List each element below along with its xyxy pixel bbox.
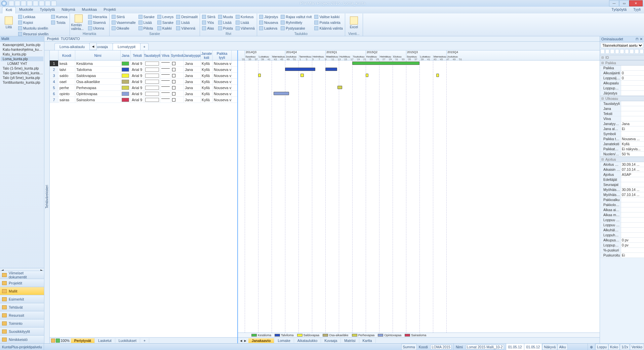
column-header[interactable]: Teksti <box>131 50 144 60</box>
menu-tab[interactable]: Työpöytä <box>37 7 58 13</box>
gantt-bar[interactable] <box>366 74 368 77</box>
filter-icon[interactable] <box>51 339 55 343</box>
prop-tool-icon[interactable] <box>600 49 605 54</box>
ribbon-item[interactable]: Vähennä <box>235 26 255 31</box>
quick-btn[interactable] <box>21 1 26 6</box>
properties-pin-icon[interactable]: ⊓ ✕ <box>636 37 643 41</box>
menu-tab[interactable]: Muotoile <box>16 7 37 13</box>
ribbon-item[interactable]: Ryhmittely <box>280 20 312 25</box>
side-handle[interactable]: Tehtävärekisteri <box>44 50 50 343</box>
filter2-icon[interactable] <box>56 339 60 343</box>
gantt-bar[interactable] <box>352 62 419 65</box>
ribbon-item[interactable]: Oikealle <box>111 26 136 31</box>
doc-tab[interactable]: Lomatyypit <box>113 43 140 50</box>
nav-section[interactable]: Resurssit <box>0 311 44 319</box>
nav-section[interactable]: Suosikkityylit <box>0 327 44 335</box>
ribbon-item[interactable]: Käännä valinta <box>314 26 343 31</box>
gantt-nav-icon[interactable]: ► <box>243 339 247 343</box>
status-alku[interactable]: Alku <box>557 344 567 350</box>
tree-item[interactable]: Katu_kunta.plp <box>1 52 43 56</box>
column-header[interactable]: Nimi <box>75 50 121 60</box>
ribbon-item[interactable]: Kaikki <box>157 26 174 31</box>
prop-row[interactable]: PaikkatekstiEi näkyvis... <box>600 147 644 152</box>
prop-group[interactable]: ID <box>600 55 644 60</box>
prop-row[interactable]: Jana alat...Ei <box>600 126 644 131</box>
prop-group[interactable]: Ajoitus <box>600 157 644 162</box>
quick-btn[interactable] <box>9 1 14 6</box>
column-header[interactable]: Paikka tyyli <box>213 50 232 60</box>
grid-bottom-tab[interactable]: Periytyvät <box>71 338 95 343</box>
ribbon-item[interactable]: Siirrä <box>201 14 216 20</box>
menu-tab[interactable]: Muokkaa <box>79 7 100 13</box>
ribbon-item[interactable]: Järjestys <box>258 14 279 20</box>
prop-tool-icon[interactable] <box>620 49 624 54</box>
prop-row[interactable]: Myöhäisin...30.09.14 ... <box>600 187 644 192</box>
status-nakyva[interactable]: Näkyvä <box>542 344 557 350</box>
prop-row[interactable]: Loppupaalu <box>600 86 644 91</box>
prop-group[interactable]: Paikka <box>600 60 644 66</box>
ribbon-item[interactable]: Toista <box>50 20 68 25</box>
ribbon-item[interactable]: Valitse kaikki <box>314 14 343 20</box>
ribbon-item[interactable]: Vasemmalle <box>111 20 136 25</box>
gantt-bottom-tab[interactable]: Kartta <box>359 338 376 343</box>
status-zoom[interactable]: 1/2x <box>620 344 630 350</box>
prop-row[interactable]: Loppuu m... <box>600 223 644 228</box>
ribbon-item[interactable]: Poista valinta <box>314 20 343 25</box>
gantt-bar[interactable] <box>325 68 337 71</box>
column-header[interactable]: Janatyyppi <box>184 50 201 60</box>
nav-scroll[interactable]: ◄► <box>0 268 44 271</box>
prop-row[interactable]: Aloitus pv...30.09.14 ... <box>600 162 644 167</box>
prop-row[interactable]: JanatyyppiJana <box>600 121 644 126</box>
table-row[interactable]: 1kesäKesälomaArial 9JanaKylläNouseva v <box>50 61 237 67</box>
column-header[interactable]: Taustatyyli <box>144 50 160 60</box>
prop-tool-icon[interactable] <box>640 49 644 54</box>
quick-btn[interactable] <box>51 1 56 6</box>
gantt-bar[interactable] <box>337 86 342 89</box>
prop-row[interactable]: Loppusijai...0 <box>600 76 644 81</box>
ribbon-item[interactable]: Laskeva <box>258 26 279 31</box>
tree-item[interactable]: LOMAT YHT <box>1 61 43 66</box>
prop-row[interactable]: PuskuroituEi <box>600 253 644 258</box>
ribbon-item[interactable]: Rajaa valitut rivit <box>280 14 312 20</box>
prop-row[interactable]: Alkaa aik... <box>600 207 644 212</box>
status-summa[interactable]: Summa <box>401 344 417 350</box>
nav-section[interactable]: Nimikkeistö <box>0 335 44 343</box>
tree-item[interactable]: Loma_kunta.plp <box>1 56 43 61</box>
quick-btn[interactable] <box>27 1 32 6</box>
prop-row[interactable]: Pakkoalku <box>600 197 644 202</box>
tree-item[interactable]: Tonttituotanto_kunta.plp <box>1 80 43 85</box>
gantt-bar[interactable] <box>436 74 439 77</box>
quick-btn[interactable] <box>15 1 20 6</box>
ribbon-item[interactable]: Hierarkia <box>87 14 108 20</box>
table-row[interactable]: 5perhePerhevapaaArial 9JanaKylläNouseva … <box>50 85 237 91</box>
app-orb-icon[interactable] <box>1 1 7 6</box>
tab-scroll-left[interactable]: ◄ <box>89 43 97 50</box>
ribbon-item[interactable]: Alas <box>201 26 216 31</box>
prop-row[interactable]: Taustatyyli <box>600 101 644 106</box>
minimize-button[interactable]: — <box>609 0 619 6</box>
ribbon-item[interactable]: Siirrä <box>111 14 136 20</box>
prop-row[interactable]: Symboli <box>600 131 644 137</box>
nav-section[interactable]: Mallit <box>0 287 44 295</box>
properties-selector[interactable]: Tilannekohtaiset asetukset <box>600 42 644 49</box>
prop-tool-icon[interactable] <box>615 49 619 54</box>
ribbon-item[interactable]: Muuta <box>217 14 234 20</box>
ribbon-button[interactable]: Liitä <box>1 14 16 31</box>
prop-row[interactable]: Pakkoloppu <box>600 202 644 207</box>
ribbon-item[interactable]: Kopioi <box>17 20 49 25</box>
ribbon-item[interactable]: Ylös <box>201 20 216 25</box>
ribbon-button[interactable]: Kentän valinta... <box>71 14 86 31</box>
gantt-nav-icon[interactable]: ◄ <box>239 339 243 343</box>
ribbon-item[interactable]: Lisää <box>138 20 155 25</box>
prop-row[interactable]: Alkusijainti0 <box>600 71 644 76</box>
ribbon-item[interactable]: Resurssi sivellin <box>17 31 49 37</box>
prop-row[interactable]: Viiva <box>600 116 644 121</box>
maximize-button[interactable]: ▭ <box>619 0 629 6</box>
ribbon-item[interactable]: Kumoa <box>50 14 68 20</box>
prop-tool-icon[interactable] <box>635 49 639 54</box>
table-row[interactable]: 4oaelOsa-aikaeläkeArial 9JanaKylläNousev… <box>50 79 237 85</box>
ribbon-item[interactable]: Lisää <box>175 20 198 25</box>
status-koko[interactable]: Koko <box>608 344 620 350</box>
gantt-bar[interactable] <box>300 74 304 77</box>
column-header[interactable]: Symboli <box>171 50 184 60</box>
